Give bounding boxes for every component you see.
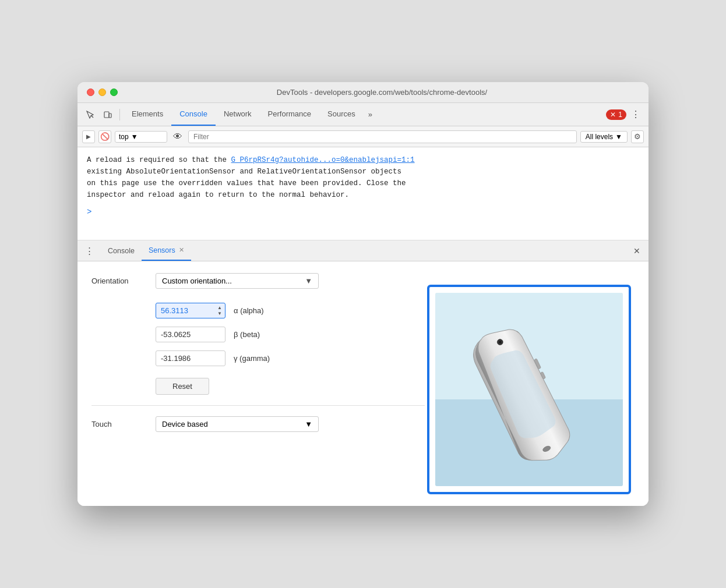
reset-button[interactable]: Reset xyxy=(156,378,209,395)
more-tabs-button[interactable]: » xyxy=(364,103,377,126)
play-button[interactable]: ▶ xyxy=(82,130,95,143)
tab-sources[interactable]: Sources xyxy=(319,103,364,126)
orientation-dropdown[interactable]: Custom orientation... ▼ xyxy=(156,273,319,289)
devtools-menu-button[interactable]: ⋮ xyxy=(628,107,644,123)
title-bar: DevTools - developers.google.com/web/too… xyxy=(77,82,649,103)
console-output: A reload is required so that the G_P6rpR… xyxy=(77,147,649,240)
alpha-field-row: ▲ ▼ α (alpha) xyxy=(156,303,425,318)
bottom-panel-menu-button[interactable]: ⋮ xyxy=(82,244,96,258)
levels-selector[interactable]: All levels ▼ xyxy=(580,131,628,143)
sensors-controls: Orientation Custom orientation... ▼ ▲ xyxy=(77,261,439,506)
device-visualization xyxy=(427,279,649,500)
console-message-line: A reload is required so that the G_P6rpR… xyxy=(87,154,639,166)
close-button[interactable] xyxy=(87,88,94,96)
dropdown-arrow-icon: ▼ xyxy=(305,277,312,285)
eye-icon: 👁 xyxy=(171,132,185,142)
error-count: 1 xyxy=(618,111,622,119)
orientation-label: Orientation xyxy=(91,277,156,285)
levels-value: All levels xyxy=(586,133,613,141)
console-link[interactable]: G_P6rpRSr4g?autohide...o=0&enablejsapi=1… xyxy=(231,156,415,164)
maximize-button[interactable] xyxy=(110,88,118,96)
beta-symbol: β (beta) xyxy=(234,330,274,339)
gamma-input[interactable] xyxy=(156,350,225,366)
close-sensors-tab-icon[interactable]: ✕ xyxy=(179,246,184,254)
inspect-element-button[interactable] xyxy=(82,107,98,123)
console-toolbar: ▶ 🚫 top ▼ 👁 All levels ▼ ⚙ xyxy=(77,126,649,147)
tab-network[interactable]: Network xyxy=(216,103,260,126)
dropdown-arrow-icon: ▼ xyxy=(615,133,622,141)
traffic-lights xyxy=(87,88,118,96)
divider xyxy=(91,405,425,406)
device-viz-border xyxy=(427,285,631,494)
console-message-line3: on this page use the overridden values t… xyxy=(87,178,639,189)
context-value: top xyxy=(119,133,129,141)
tab-console[interactable]: Console xyxy=(171,103,216,126)
touch-dropdown[interactable]: Device based ▼ xyxy=(156,416,319,432)
context-selector[interactable]: top ▼ xyxy=(115,131,167,143)
tab-elements[interactable]: Elements xyxy=(124,103,171,126)
tab-bar: Elements Console Network Performance Sou… xyxy=(124,103,602,126)
console-message-line4: inspector and reload again to return to … xyxy=(87,189,639,201)
beta-input-wrapper xyxy=(156,327,225,342)
console-prompt[interactable]: > xyxy=(87,206,639,218)
orientation-row: Orientation Custom orientation... ▼ xyxy=(91,273,425,289)
svg-rect-1 xyxy=(104,112,109,118)
touch-row: Touch Device based ▼ xyxy=(91,416,425,432)
settings-button[interactable]: ⚙ xyxy=(631,130,644,143)
tab-performance[interactable]: Performance xyxy=(260,103,319,126)
reset-row: Reset xyxy=(156,378,425,395)
sensors-panel: Orientation Custom orientation... ▼ ▲ xyxy=(77,261,649,506)
beta-input[interactable] xyxy=(156,327,225,342)
alpha-input-wrapper: ▲ ▼ xyxy=(156,303,225,318)
console-message-line2: existing AbsoluteOrientationSensor and R… xyxy=(87,166,639,178)
dropdown-arrow-icon: ▼ xyxy=(305,420,312,428)
filter-input[interactable] xyxy=(188,130,577,143)
close-panel-button[interactable]: ✕ xyxy=(630,244,644,258)
window-title: DevTools - developers.google.com/web/too… xyxy=(125,88,639,97)
block-button[interactable]: 🚫 xyxy=(98,130,111,143)
alpha-stepper[interactable]: ▲ ▼ xyxy=(215,305,224,317)
device-toolbar-button[interactable] xyxy=(100,107,116,123)
error-icon: ✕ xyxy=(610,111,616,119)
gamma-symbol: γ (gamma) xyxy=(234,354,274,363)
gamma-field-row: γ (gamma) xyxy=(156,350,425,366)
main-toolbar: Elements Console Network Performance Sou… xyxy=(77,103,649,126)
alpha-increment-button[interactable]: ▲ xyxy=(215,305,224,311)
orientation-fields: ▲ ▼ α (alpha) β (beta) xyxy=(156,303,425,366)
alpha-symbol: α (alpha) xyxy=(234,306,274,315)
bottom-panel: ⋮ Console Sensors ✕ ✕ Orientation Custom… xyxy=(77,240,649,506)
devtools-window: DevTools - developers.google.com/web/too… xyxy=(77,82,649,506)
gamma-input-wrapper xyxy=(156,350,225,366)
tab-sensors[interactable]: Sensors ✕ xyxy=(142,240,191,261)
orientation-value: Custom orientation... xyxy=(162,277,232,285)
message-text: A reload is required so that the xyxy=(87,156,231,164)
error-badge[interactable]: ✕ 1 xyxy=(606,109,626,120)
touch-value: Device based xyxy=(162,420,208,428)
dropdown-arrow-icon: ▼ xyxy=(131,133,138,141)
bottom-tab-bar: ⋮ Console Sensors ✕ ✕ xyxy=(77,240,649,261)
svg-rect-2 xyxy=(109,114,111,118)
minimize-button[interactable] xyxy=(98,88,106,96)
touch-label: Touch xyxy=(91,420,156,428)
alpha-decrement-button[interactable]: ▼ xyxy=(215,311,224,317)
beta-field-row: β (beta) xyxy=(156,327,425,342)
divider xyxy=(119,109,120,121)
tab-console-bottom[interactable]: Console xyxy=(101,240,142,261)
